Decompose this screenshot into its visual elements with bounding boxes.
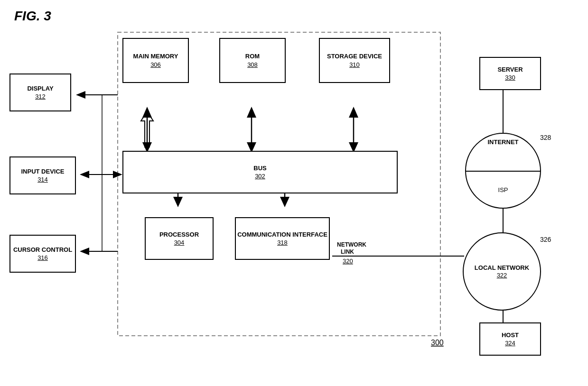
display-box: DISPLAY 312: [9, 74, 71, 111]
bus-ref: 302: [255, 173, 265, 180]
local-network-ref: 322: [497, 272, 507, 279]
svg-marker-2: [141, 111, 153, 147]
main-memory-box: MAIN MEMORY 306: [122, 38, 189, 83]
input-device-ref: 314: [37, 176, 48, 183]
svg-marker-8: [247, 107, 256, 118]
server-ref: 330: [505, 74, 515, 81]
local-network-circle: LOCAL NETWORK 322: [463, 232, 541, 311]
svg-text:320: 320: [343, 257, 353, 265]
svg-marker-3: [141, 111, 153, 147]
host-label: HOST: [502, 331, 519, 339]
rom-label: ROM: [245, 53, 260, 60]
comm-interface-box: COMMUNICATION INTERFACE 318: [235, 217, 330, 260]
svg-marker-11: [349, 107, 358, 118]
rom-ref: 308: [247, 61, 258, 68]
processor-label: PROCESSOR: [159, 231, 199, 239]
local-network-label: LOCAL NETWORK: [475, 264, 529, 272]
cursor-control-ref: 316: [37, 254, 48, 261]
host-ref: 324: [505, 340, 515, 347]
comm-interface-label: COMMUNICATION INTERFACE: [237, 231, 327, 239]
display-ref: 312: [35, 93, 46, 100]
internet-label: INTERNET: [466, 138, 540, 146]
storage-device-label: STORAGE DEVICE: [327, 53, 382, 60]
cursor-control-box: CURSOR CONTROL 316: [9, 235, 76, 273]
input-device-label: INPUT DEVICE: [21, 168, 64, 175]
svg-text:300: 300: [431, 339, 444, 347]
svg-marker-15: [173, 197, 183, 207]
svg-text:NETWORK: NETWORK: [337, 241, 366, 248]
bus-box: BUS 302: [122, 151, 398, 193]
svg-text:326: 326: [540, 236, 551, 243]
fig-title: FIG. 3: [14, 9, 51, 24]
input-device-box: INPUT DEVICE 314: [9, 156, 76, 194]
processor-box: PROCESSOR 304: [145, 217, 214, 260]
storage-device-box: STORAGE DEVICE 310: [319, 38, 390, 83]
internet-circle: INTERNET ISP: [465, 133, 541, 209]
host-box: HOST 324: [479, 322, 541, 356]
server-box: SERVER 330: [479, 57, 541, 90]
main-memory-ref: 306: [150, 61, 161, 68]
svg-marker-22: [80, 171, 89, 178]
display-label: DISPLAY: [27, 85, 53, 92]
comm-interface-ref: 318: [277, 239, 288, 246]
svg-marker-18: [280, 197, 289, 207]
processor-ref: 304: [174, 239, 185, 246]
svg-marker-5: [142, 107, 152, 118]
storage-device-ref: 310: [349, 61, 360, 68]
isp-label: ISP: [466, 186, 540, 193]
rom-box: ROM 308: [219, 38, 286, 83]
svg-marker-20: [76, 91, 85, 99]
bus-label: BUS: [253, 165, 266, 172]
svg-marker-26: [80, 248, 89, 255]
svg-marker-24: [113, 171, 122, 178]
cursor-control-label: CURSOR CONTROL: [13, 246, 72, 254]
svg-text:LINK: LINK: [341, 248, 354, 255]
svg-text:328: 328: [540, 134, 551, 141]
diagram-container: FIG. 3 300: [0, 0, 588, 386]
server-label: SERVER: [497, 66, 523, 74]
main-memory-label: MAIN MEMORY: [133, 53, 178, 60]
